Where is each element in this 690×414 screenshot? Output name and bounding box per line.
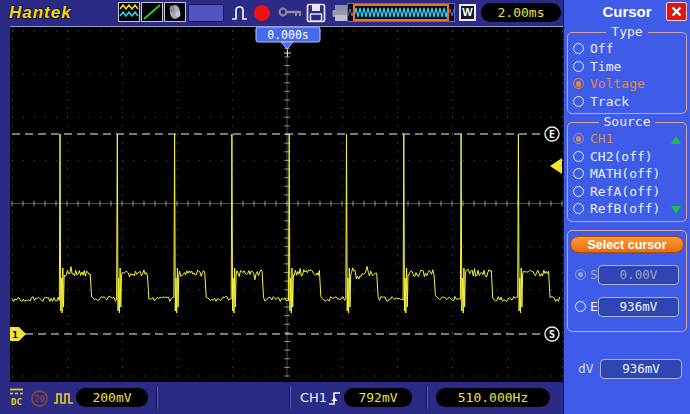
hand-tool-button[interactable] xyxy=(164,2,186,22)
svg-text:DC: DC xyxy=(11,397,22,407)
scroll-down-icon[interactable] xyxy=(671,206,681,214)
dc-coupling-icon: DC xyxy=(8,387,26,410)
delta-voltage-value: 936mV xyxy=(600,359,682,379)
dual-trace-icon xyxy=(119,3,139,21)
close-button[interactable] xyxy=(666,2,687,21)
radio-icon xyxy=(575,301,586,312)
type-option-time[interactable]: Time xyxy=(570,58,684,76)
source-option-ch1[interactable]: CH1 xyxy=(570,130,684,148)
single-pulse-icon[interactable] xyxy=(230,3,252,23)
statusbar-divider xyxy=(426,386,427,409)
cursor-start-row[interactable]: S 0.00V xyxy=(570,265,684,285)
trigger-source-label: CH1 xyxy=(300,390,327,405)
source-option-ch2[interactable]: CH2(off) xyxy=(570,148,684,166)
timebase-readout: 2.00ms xyxy=(481,3,561,22)
ref-wave-button[interactable]: W xyxy=(459,4,476,21)
radio-icon xyxy=(573,168,584,179)
radio-icon xyxy=(573,151,584,162)
status-bar: DC 20 200mV CH1 792mV 510.000Hz xyxy=(0,382,563,414)
source-group: Source CH1 CH2(off) MATH(off) RefA(off) … xyxy=(567,122,687,222)
radio-icon xyxy=(573,43,584,54)
bandwidth-20-icon: 20 xyxy=(30,389,49,408)
graticule-grid xyxy=(12,31,563,376)
svg-text:1: 1 xyxy=(12,329,18,340)
close-icon xyxy=(671,6,682,17)
cursor-end-label: E xyxy=(590,299,598,314)
svg-text:S: S xyxy=(549,329,555,340)
trigger-level-readout: 792mV xyxy=(344,388,412,407)
top-toolbar: Hantek xyxy=(0,0,563,26)
source-legend: Source xyxy=(599,114,656,129)
slope-line-button[interactable] xyxy=(141,2,163,22)
type-option-voltage[interactable]: Voltage xyxy=(570,75,684,93)
zoom-window-selection[interactable] xyxy=(353,4,449,21)
source-option-refb[interactable]: RefB(off) xyxy=(570,200,684,218)
panel-title: Cursor xyxy=(602,3,651,20)
source-option-refa[interactable]: RefA(off) xyxy=(570,183,684,201)
type-group: Type Off Time Voltage Track xyxy=(567,32,687,114)
waveform-thumbnail[interactable] xyxy=(347,3,455,22)
rising-edge-icon xyxy=(328,389,342,408)
svg-text:0.000s: 0.000s xyxy=(267,28,309,42)
brand-logo: Hantek xyxy=(9,3,72,23)
cursor-menu-panel: Cursor Type Off Time Voltage xyxy=(563,0,690,414)
slope-line-icon xyxy=(142,3,162,21)
dual-trace-button[interactable] xyxy=(118,2,140,22)
svg-text:20: 20 xyxy=(34,394,44,404)
source-option-math[interactable]: MATH(off) xyxy=(570,165,684,183)
radio-icon xyxy=(573,96,584,107)
radio-icon xyxy=(575,269,586,280)
hand-icon xyxy=(165,3,185,21)
radio-icon xyxy=(573,133,584,144)
cursor-s-marker[interactable]: S xyxy=(545,327,559,341)
frequency-readout: 510.000Hz xyxy=(436,388,550,407)
radio-icon xyxy=(573,186,584,197)
cursor-start-value: 0.00V xyxy=(598,265,679,285)
type-legend: Type xyxy=(606,24,647,39)
square-wave-icon xyxy=(53,391,75,405)
statusbar-divider xyxy=(289,386,290,409)
statusbar-divider xyxy=(156,386,157,409)
toolbar-blank-field[interactable] xyxy=(188,4,224,22)
select-cursor-button[interactable]: Select cursor xyxy=(570,236,684,253)
type-option-off[interactable]: Off xyxy=(570,40,684,58)
cursor-end-row[interactable]: E 936mV xyxy=(570,297,684,317)
key-icon[interactable] xyxy=(278,6,304,19)
scope-screen: E S 1 0.000s xyxy=(10,26,563,382)
save-icon[interactable] xyxy=(306,3,326,23)
type-option-track[interactable]: Track xyxy=(570,93,684,111)
scroll-up-icon[interactable] xyxy=(671,136,681,144)
delta-voltage-label: dV xyxy=(578,361,594,376)
channel1-marker[interactable]: 1 xyxy=(10,327,26,341)
svg-text:E: E xyxy=(549,129,555,140)
record-icon[interactable] xyxy=(253,4,271,22)
cursor-e-marker[interactable]: E xyxy=(545,127,559,141)
oscilloscope-app: Hantek xyxy=(0,0,690,414)
cursor-values-group: Select cursor S 0.00V E 936mV xyxy=(567,230,687,332)
trigger-position-badge[interactable]: 0.000s xyxy=(256,27,320,57)
ch1-scale-readout: 200mV xyxy=(76,388,148,407)
panel-header: Cursor xyxy=(564,0,690,24)
delta-voltage-row: dV 936mV xyxy=(578,359,682,379)
cursor-start-label: S xyxy=(590,267,598,282)
radio-icon xyxy=(573,78,584,89)
cursor-end-value: 936mV xyxy=(598,297,679,317)
radio-icon xyxy=(573,203,584,214)
radio-icon xyxy=(573,61,584,72)
